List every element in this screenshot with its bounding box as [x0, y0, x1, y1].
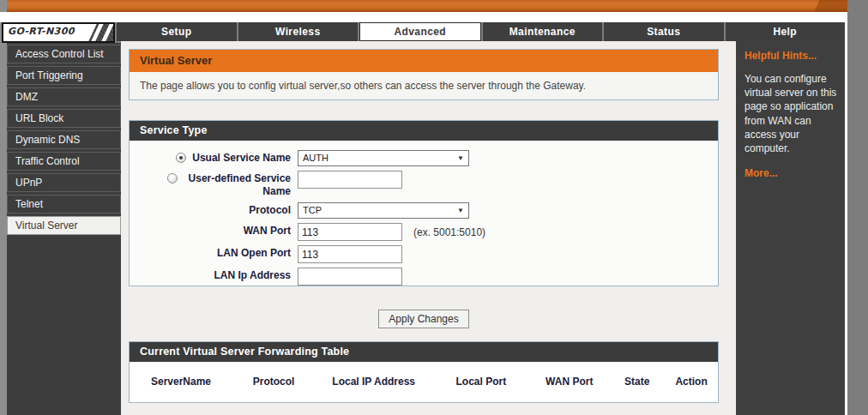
usual-service-label: Usual Service Name — [192, 152, 291, 165]
wan-port-hint: (ex. 5001:5010) — [413, 226, 485, 238]
sidebar-item-traffic-control[interactable]: Traffic Control — [7, 152, 121, 171]
col-action: Action — [665, 376, 718, 388]
protocol-select[interactable]: TCP ▼ — [298, 202, 469, 219]
col-protocol: Protocol — [232, 376, 315, 388]
wan-port-label: WAN Port — [244, 225, 291, 238]
intro-panel: Virtual Server The page allows you to co… — [129, 49, 719, 100]
tab-status[interactable]: Status — [604, 22, 724, 41]
sidebar-menu: Access Control List Port Triggering DMZ … — [7, 43, 121, 415]
dropdown-arrow-icon: ▼ — [457, 203, 464, 218]
forwarding-table-panel: Current Virtual Server Forwarding Table … — [129, 341, 719, 403]
tab-help[interactable]: Help — [726, 22, 846, 41]
hints-right-separator — [845, 22, 847, 415]
wan-port-row: WAN Port (ex. 5001:5010) — [130, 223, 718, 241]
logo-text: GO-RT-N300 — [8, 26, 75, 37]
col-local-ip-address: Local IP Address — [315, 376, 432, 388]
usual-service-row: Usual Service Name AUTH ▼ — [130, 150, 718, 166]
sidebar-item-port-triggering[interactable]: Port Triggering — [7, 66, 121, 85]
lan-ip-label: LAN Ip Address — [214, 269, 291, 282]
lan-ip-row: LAN Ip Address — [130, 268, 718, 286]
banner-corner-decoration — [779, 0, 847, 12]
col-local-port: Local Port — [432, 376, 529, 388]
sidebar-item-dynamic-dns[interactable]: Dynamic DNS — [7, 130, 121, 149]
user-defined-row: User-defined Service Name — [130, 171, 718, 198]
service-type-heading: Service Type — [130, 121, 718, 141]
sidebar-item-url-block[interactable]: URL Block — [7, 109, 121, 128]
lan-open-port-label: LAN Open Port — [217, 247, 291, 260]
tab-setup[interactable]: Setup — [117, 22, 237, 41]
forwarding-table-header-row: ServerName Protocol Local IP Address Loc… — [130, 362, 718, 388]
dropdown-arrow-icon: ▼ — [457, 151, 464, 165]
tab-wireless[interactable]: Wireless — [238, 22, 359, 41]
hints-more-link[interactable]: More... — [744, 167, 838, 179]
col-servername: ServerName — [130, 376, 232, 388]
top-banner — [7, 0, 847, 12]
device-logo: GO-RT-N300 — [2, 22, 115, 43]
col-state: State — [609, 376, 665, 388]
user-defined-input[interactable] — [298, 171, 402, 189]
col-wan-port: WAN Port — [529, 376, 609, 388]
wan-port-input[interactable] — [298, 223, 402, 241]
sidebar-item-upnp[interactable]: UPnP — [7, 173, 121, 192]
helpful-hints-panel: Helpful Hints... You can configure virtu… — [736, 41, 845, 415]
main-content: Virtual Server The page allows you to co… — [121, 41, 736, 415]
user-defined-label: User-defined Service Name — [184, 172, 291, 198]
page-title: Virtual Server — [130, 50, 718, 72]
page-description: The page allows you to config virtual se… — [130, 72, 718, 99]
user-defined-radio[interactable] — [167, 173, 178, 183]
lan-open-port-row: LAN Open Port — [130, 245, 718, 263]
apply-row: Apply Changes — [129, 310, 719, 328]
forwarding-table-heading: Current Virtual Server Forwarding Table — [130, 342, 718, 362]
service-type-form: Usual Service Name AUTH ▼ User-defined S… — [130, 141, 718, 286]
service-type-panel: Service Type Usual Service Name AUTH ▼ — [129, 120, 719, 286]
hints-body: You can configure virtual server on this… — [744, 72, 838, 155]
usual-service-value: AUTH — [303, 151, 329, 165]
sidebar-item-access-control-list[interactable]: Access Control List — [7, 45, 121, 63]
sidebar-item-virtual-server[interactable]: Virtual Server — [7, 216, 121, 235]
router-admin-screen: GO-RT-N300 Setup Wireless Advanced Maint… — [0, 0, 868, 415]
usual-service-select[interactable]: AUTH ▼ — [298, 150, 469, 166]
apply-changes-button[interactable]: Apply Changes — [378, 310, 468, 328]
lan-ip-input[interactable] — [298, 268, 402, 286]
tab-advanced[interactable]: Advanced — [359, 22, 481, 41]
protocol-value: TCP — [303, 203, 322, 218]
tab-maintenance[interactable]: Maintenance — [483, 22, 603, 41]
protocol-row: Protocol TCP ▼ — [130, 202, 718, 219]
hints-title: Helpful Hints... — [744, 50, 838, 62]
sidebar-item-telnet[interactable]: Telnet — [7, 195, 121, 214]
protocol-label: Protocol — [249, 204, 291, 217]
main-nav-tabs: Setup Wireless Advanced Maintenance Stat… — [117, 22, 845, 41]
sidebar-item-dmz[interactable]: DMZ — [7, 87, 121, 106]
usual-service-radio[interactable] — [176, 153, 186, 163]
left-edge-strip — [0, 0, 7, 415]
banner-separator — [0, 12, 847, 22]
lan-open-port-input[interactable] — [298, 245, 402, 263]
